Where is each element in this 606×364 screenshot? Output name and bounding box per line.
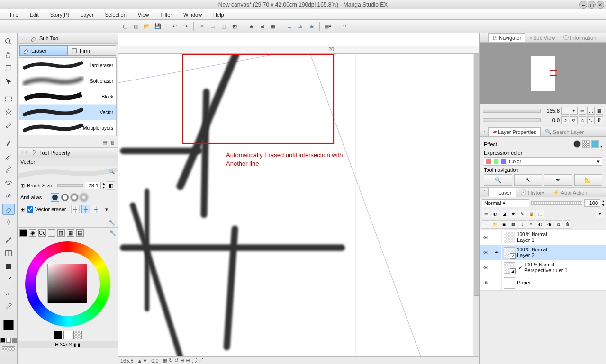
tn-ruler[interactable]: 📐 bbox=[574, 174, 603, 186]
fit-icon[interactable]: ▭ bbox=[579, 107, 586, 115]
subtool-group-firm[interactable]: Firm bbox=[68, 45, 116, 56]
pattern-chip[interactable] bbox=[2, 346, 15, 351]
navigator-thumbnail[interactable] bbox=[531, 56, 555, 91]
blend-mode-select[interactable]: Normal ▾ bbox=[482, 199, 529, 207]
deselect-icon[interactable]: ▭ bbox=[208, 22, 217, 31]
lt-addmask[interactable]: ◐ bbox=[536, 220, 544, 229]
rotate-cw-icon[interactable]: ↻ bbox=[570, 116, 578, 124]
color-inter-icon[interactable]: ▤ bbox=[76, 229, 84, 237]
zoom-in-icon[interactable]: + bbox=[570, 107, 578, 115]
brush-size-slider[interactable] bbox=[57, 184, 83, 187]
tab-subview[interactable]: ▫Sub View bbox=[525, 34, 559, 42]
white-chip[interactable] bbox=[6, 338, 11, 343]
subtool-menu-icon[interactable]: ▤ bbox=[102, 140, 107, 146]
ruler-tool[interactable] bbox=[2, 301, 15, 312]
tab-navigator[interactable]: ◳Navigator bbox=[488, 33, 525, 42]
layer-row[interactable]: 👁 ◢ ✓ 100 % NormalPerspective ruler 1 bbox=[480, 260, 606, 275]
menu-file[interactable]: File bbox=[5, 10, 24, 19]
tab-history[interactable]: 🕘History bbox=[516, 188, 549, 197]
snap-ruler-icon[interactable]: ⫠ bbox=[285, 22, 294, 31]
maximize-button[interactable]: ◻ bbox=[588, 1, 596, 9]
snap-special-icon[interactable]: ⫡ bbox=[296, 22, 305, 31]
swatch-none[interactable] bbox=[73, 331, 82, 339]
canvas[interactable]: Automatically Erased until intersection … bbox=[118, 54, 479, 356]
zoom-slider[interactable] bbox=[483, 109, 541, 113]
gray-chip[interactable] bbox=[12, 338, 17, 343]
scrollbar-vertical[interactable] bbox=[473, 54, 479, 356]
effect-border-icon[interactable] bbox=[573, 140, 581, 148]
menu-selection[interactable]: Selection bbox=[100, 10, 132, 19]
color-mix-icon[interactable]: ▥ bbox=[57, 229, 65, 237]
color-bars-icon[interactable]: ≡ bbox=[48, 229, 55, 237]
tab-information[interactable]: ⓘInformation bbox=[559, 33, 600, 43]
tab-layer-properties[interactable]: ▰Layer Properties bbox=[488, 127, 541, 136]
lt-merge[interactable]: ≡ bbox=[527, 220, 535, 229]
expression-color-dropdown[interactable]: Color ▾ bbox=[484, 157, 602, 166]
vector-eraser-checkbox[interactable] bbox=[27, 206, 33, 213]
delete-sel-icon[interactable]: ✧ bbox=[198, 22, 206, 31]
sv-square[interactable] bbox=[47, 264, 87, 303]
lt-newfold[interactable]: 📁 bbox=[491, 220, 499, 229]
rotate-tool[interactable] bbox=[2, 62, 15, 74]
menu-filter[interactable]: Filter bbox=[155, 10, 177, 19]
line-tool[interactable] bbox=[2, 274, 15, 285]
minimize-button[interactable]: – bbox=[579, 1, 587, 9]
color-wheel-icon[interactable]: ◉ bbox=[29, 229, 36, 237]
rotate-ccw-icon[interactable]: ↺ bbox=[561, 116, 569, 124]
ve-mode-1[interactable]: ┼ bbox=[71, 205, 80, 213]
tn-pen[interactable]: ✒ bbox=[544, 174, 572, 186]
eraser-tool[interactable] bbox=[2, 204, 15, 215]
lt-ruler[interactable]: ◢ bbox=[500, 210, 508, 218]
ve-mode-3[interactable]: ┼ bbox=[92, 205, 100, 213]
tab-auto-action[interactable]: ⚡Auto Action bbox=[549, 188, 592, 197]
lt-clip[interactable]: ▭ bbox=[482, 210, 490, 218]
dropdown-icon[interactable]: ▤▾ bbox=[324, 22, 332, 31]
lt-new[interactable]: ▫ bbox=[482, 220, 490, 229]
shape-tool[interactable] bbox=[2, 234, 15, 246]
hand-tool[interactable] bbox=[2, 49, 15, 61]
shrink-icon[interactable]: ⊟ bbox=[258, 22, 266, 31]
save-icon[interactable]: 💾 bbox=[154, 22, 162, 31]
ve-menu-icon[interactable]: ▾ bbox=[102, 205, 111, 213]
aa-mid[interactable] bbox=[71, 194, 78, 201]
invert-sel-icon[interactable]: ◩ bbox=[230, 22, 239, 31]
effect-tone-icon[interactable] bbox=[582, 140, 590, 148]
color-approx-icon[interactable]: ▦ bbox=[67, 229, 74, 237]
aa-weak[interactable] bbox=[61, 194, 69, 201]
help-icon[interactable]: ? bbox=[340, 22, 349, 31]
subtool-trash-icon[interactable]: 🗑 bbox=[110, 140, 115, 145]
subtool-soft-eraser[interactable]: Soft eraser bbox=[19, 73, 116, 89]
lt-transfer[interactable]: ↓ bbox=[518, 220, 526, 229]
marquee-tool[interactable] bbox=[2, 93, 15, 105]
lt-locktrans[interactable]: ⬚ bbox=[536, 210, 544, 218]
decoration-tool[interactable] bbox=[2, 190, 15, 202]
subtool-multiple[interactable]: Multiple layers bbox=[19, 120, 116, 136]
brush-size-dynamics-icon[interactable]: ◧ bbox=[107, 181, 115, 190]
brush-size-value[interactable]: 28.1 bbox=[85, 182, 101, 189]
swatch-black[interactable] bbox=[54, 331, 62, 339]
pen-tool[interactable] bbox=[2, 137, 15, 149]
lt-mask[interactable]: ◐ bbox=[491, 210, 499, 218]
color-fg[interactable] bbox=[19, 229, 27, 237]
snap-grid-icon[interactable]: ⊞ bbox=[307, 22, 316, 31]
color-set-icon[interactable]: Cᴄ bbox=[38, 229, 46, 237]
menu-story[interactable]: Story(P) bbox=[45, 10, 74, 19]
effect-color-icon[interactable] bbox=[591, 140, 599, 148]
new-comic-icon[interactable]: ▥ bbox=[132, 22, 140, 31]
opacity-slider[interactable] bbox=[531, 201, 582, 205]
lt-color[interactable]: ▾ bbox=[596, 210, 604, 218]
border-icon[interactable]: ▦ bbox=[269, 22, 277, 31]
pencil-tool[interactable] bbox=[2, 151, 15, 162]
menu-window[interactable]: Window bbox=[178, 10, 207, 19]
flip-h-icon[interactable]: ⇋ bbox=[587, 116, 595, 124]
actual-icon[interactable]: ▦ bbox=[596, 107, 603, 115]
airbrush-tool[interactable] bbox=[2, 177, 15, 188]
navigator-viewport[interactable] bbox=[550, 70, 557, 76]
new-icon[interactable]: ▢ bbox=[121, 22, 129, 31]
close-button[interactable]: ✕ bbox=[597, 1, 604, 9]
menu-edit[interactable]: Edit bbox=[25, 10, 44, 19]
tn-arrow[interactable]: ↖ bbox=[514, 174, 543, 186]
menu-view[interactable]: View bbox=[133, 10, 154, 19]
eyedropper-tool[interactable] bbox=[2, 120, 15, 131]
move-tool[interactable] bbox=[2, 76, 15, 87]
